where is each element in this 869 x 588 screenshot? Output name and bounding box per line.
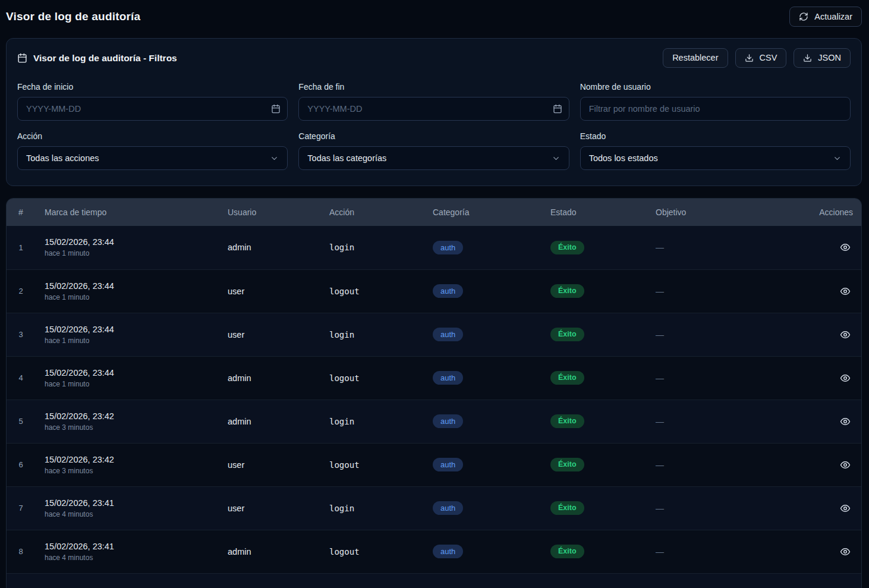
- end-date-label: Fecha de fin: [298, 82, 569, 92]
- view-details-button[interactable]: [837, 544, 853, 559]
- category-select[interactable]: Todas las categorías: [298, 146, 569, 170]
- user-cell: admin: [218, 226, 320, 269]
- timestamp-relative: hace 1 minuto: [45, 380, 209, 388]
- timestamp-value: 15/02/2026, 23:44: [45, 237, 209, 247]
- table-row: 4 15/02/2026, 23:44 hace 1 minuto admin …: [7, 356, 862, 400]
- status-cell: Éxito: [541, 356, 646, 400]
- action-label: Acción: [17, 131, 288, 141]
- status-cell: Éxito: [541, 226, 646, 269]
- category-badge: auth: [433, 328, 463, 341]
- eye-icon: [840, 416, 851, 427]
- status-cell: Éxito: [541, 269, 646, 313]
- table-row: 6 15/02/2026, 23:42 hace 3 minutos user …: [7, 443, 862, 486]
- user-cell: admin: [218, 530, 320, 573]
- user-cell: user: [218, 486, 320, 530]
- row-index: 2: [7, 269, 35, 313]
- filters-actions: Restablecer CSV JSON: [663, 48, 851, 68]
- reset-filters-button[interactable]: Restablecer: [663, 48, 728, 68]
- target-cell: —: [646, 313, 774, 356]
- status-badge: Éxito: [550, 241, 584, 254]
- start-date-field-group: Fecha de inicio: [17, 82, 288, 121]
- row-index: 9: [7, 573, 35, 588]
- timestamp-relative: hace 3 minutos: [45, 423, 209, 432]
- row-index: 6: [7, 443, 35, 486]
- user-cell: admin: [218, 400, 320, 443]
- action-cell: login: [320, 400, 423, 443]
- start-date-input[interactable]: [17, 97, 288, 121]
- table-row: 7 15/02/2026, 23:41 hace 4 minutos user …: [7, 486, 862, 530]
- view-details-button[interactable]: [837, 327, 853, 342]
- category-badge: auth: [433, 545, 463, 558]
- timestamp-relative: hace 1 minuto: [45, 249, 209, 257]
- actions-cell: [774, 530, 862, 573]
- chevron-down-icon: [270, 154, 279, 163]
- status-badge: Éxito: [550, 414, 584, 428]
- view-details-button[interactable]: [837, 284, 853, 299]
- timestamp-relative: hace 4 minutos: [45, 554, 209, 562]
- actions-cell: [774, 486, 862, 530]
- action-select-value: Todas las acciones: [26, 153, 99, 163]
- eye-icon: [840, 546, 851, 557]
- status-cell: Éxito: [541, 400, 646, 443]
- status-select[interactable]: Todos los estados: [580, 146, 851, 170]
- reset-filters-label: Restablecer: [672, 54, 718, 62]
- header-status: Estado: [541, 199, 646, 226]
- category-cell: auth: [423, 530, 541, 573]
- row-index: 8: [7, 530, 35, 573]
- header-index: #: [7, 199, 35, 226]
- view-details-button[interactable]: [837, 414, 853, 429]
- view-details-button[interactable]: [837, 501, 853, 516]
- action-select[interactable]: Todas las acciones: [17, 146, 288, 170]
- header-timestamp: Marca de tiempo: [35, 199, 218, 226]
- timestamp-value: 15/02/2026, 23:42: [45, 411, 209, 421]
- category-label: Categoría: [298, 131, 569, 141]
- category-cell: auth: [423, 269, 541, 313]
- category-badge: auth: [433, 284, 463, 298]
- timestamp-relative: hace 1 minuto: [45, 337, 209, 345]
- table-body: 1 15/02/2026, 23:44 hace 1 minuto admin …: [7, 226, 862, 588]
- audit-log-table-panel: # Marca de tiempo Usuario Acción Categor…: [6, 198, 862, 588]
- topbar: Visor de log de auditoría Actualizar: [0, 0, 869, 33]
- action-cell: logout: [320, 269, 423, 313]
- timestamp-cell: 15/02/2026, 23:44 hace 1 minuto: [35, 356, 218, 400]
- status-cell: Éxito: [541, 313, 646, 356]
- status-cell: Éxito: [541, 443, 646, 486]
- view-details-button[interactable]: [837, 457, 853, 473]
- status-cell: Éxito: [541, 486, 646, 530]
- view-details-button[interactable]: [837, 240, 853, 255]
- chevron-down-icon: [833, 154, 842, 163]
- category-badge: auth: [433, 371, 463, 385]
- action-field-group: Acción Todas las acciones: [17, 131, 288, 170]
- username-field-group: Nombre de usuario: [580, 82, 851, 121]
- actions-cell: [774, 269, 862, 313]
- filters-header: Visor de log de auditoría - Filtros Rest…: [17, 48, 851, 68]
- audit-log-table: # Marca de tiempo Usuario Acción Categor…: [7, 199, 862, 588]
- export-json-button[interactable]: JSON: [794, 48, 851, 68]
- action-cell: login: [320, 226, 423, 269]
- username-input[interactable]: [580, 97, 851, 121]
- target-cell: —: [646, 486, 774, 530]
- view-details-button[interactable]: [837, 370, 853, 386]
- header-actions: Acciones: [774, 199, 862, 226]
- actions-cell: [774, 226, 862, 269]
- category-field-group: Categoría Todas las categorías: [298, 131, 569, 170]
- target-cell: —: [646, 400, 774, 443]
- status-badge: Éxito: [550, 371, 584, 385]
- timestamp-cell: 15/02/2026, 23:42 hace 3 minutos: [35, 400, 218, 443]
- row-index: 7: [7, 486, 35, 530]
- action-cell: logout: [320, 443, 423, 486]
- export-csv-button[interactable]: CSV: [735, 48, 787, 68]
- action-cell: logout: [320, 530, 423, 573]
- table-row: 2 15/02/2026, 23:44 hace 1 minuto user l…: [7, 269, 862, 313]
- category-badge: auth: [433, 241, 463, 254]
- refresh-button[interactable]: Actualizar: [789, 7, 862, 27]
- filters-grid: Fecha de inicio Fecha de fin Nombre de u…: [17, 82, 851, 170]
- status-field-group: Estado Todos los estados: [580, 131, 851, 170]
- end-date-field-group: Fecha de fin: [298, 82, 569, 121]
- eye-icon: [840, 503, 851, 514]
- target-cell: [646, 573, 774, 588]
- actions-cell: [774, 313, 862, 356]
- filters-title-label: Visor de log de auditoría - Filtros: [33, 53, 177, 64]
- end-date-input[interactable]: [298, 97, 569, 121]
- export-csv-label: CSV: [760, 54, 777, 62]
